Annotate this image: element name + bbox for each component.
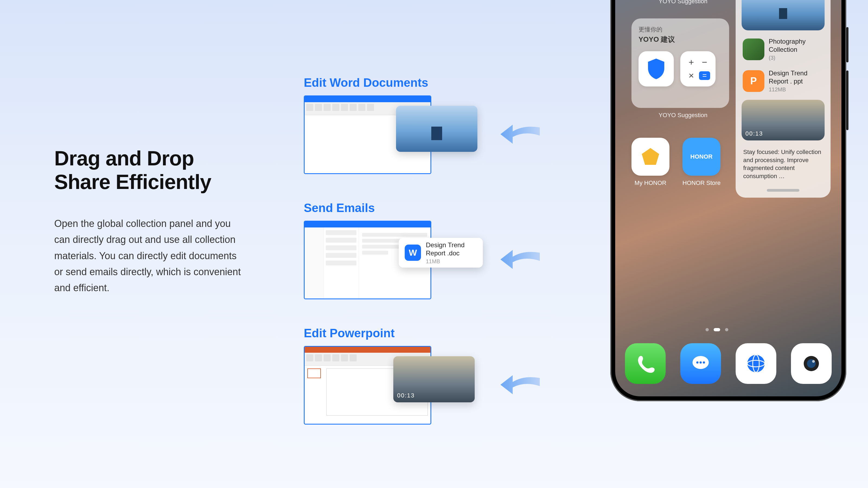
phone-mockup: ☀ Mon , Nov 6 四月廿一 18° YOYO Suggestion 更…	[610, 0, 846, 401]
svg-point-2	[700, 361, 702, 364]
dock-phone-app[interactable]	[625, 343, 665, 384]
dock-messages-app[interactable]	[680, 343, 721, 384]
feature-word-heading: Edit Word Documents	[304, 76, 516, 90]
suggest-cap2: YOYO 建议	[639, 35, 722, 44]
panel-handle[interactable]	[767, 189, 799, 192]
honor-store-app[interactable]: HONOR	[682, 138, 720, 176]
panel-photo-collection[interactable]: Photography Collection (3)	[742, 36, 825, 62]
dock-camera-app[interactable]	[791, 343, 832, 384]
hero-title-line2: Share Efficiently	[54, 170, 211, 193]
panel-ppt-title: Design Trend Report . ppt	[769, 69, 807, 86]
panel-photo-item[interactable]	[742, 0, 825, 30]
feature-email: Send Emails W Design Trend Report .doc 1…	[304, 201, 516, 299]
panel-ppt-file[interactable]: P Design Trend Report . ppt 112MB	[742, 68, 825, 94]
doc-chip-size: 11MB	[426, 258, 465, 265]
dock	[625, 343, 832, 384]
panel-ppt-size: 112MB	[769, 87, 807, 93]
feature-email-heading: Send Emails	[304, 201, 516, 215]
landscape-thumb-icon	[743, 38, 764, 60]
dragged-video-chip[interactable]: 00:13	[393, 356, 475, 402]
doc-chip-name: Design Trend Report .doc	[426, 241, 465, 257]
honor-store-label: HONOR Store	[682, 180, 721, 187]
video-timestamp: 00:13	[397, 392, 415, 399]
page-indicator[interactable]	[706, 328, 728, 331]
dock-browser-app[interactable]	[736, 343, 776, 384]
dragged-doc-chip[interactable]: W Design Trend Report .doc 11MB	[399, 238, 483, 268]
feature-ppt: Edit Powerpoint 00:13	[304, 326, 516, 425]
feature-ppt-heading: Edit Powerpoint	[304, 326, 516, 340]
phone-screen: ☀ Mon , Nov 6 四月廿一 18° YOYO Suggestion 更…	[615, 0, 841, 396]
calculator-icon[interactable]: +−×=	[680, 51, 716, 87]
panel-photo-coll-count: (3)	[769, 55, 824, 61]
arrow-icon	[499, 242, 540, 272]
panel-note-item[interactable]: Stay focused: Unify collection and proce…	[742, 147, 825, 182]
my-honor-label: My HONOR	[631, 180, 670, 187]
my-honor-app[interactable]	[631, 138, 670, 176]
word-icon: W	[405, 245, 421, 261]
collection-panel[interactable]: W (6) Photography Collection (3) P Desig…	[736, 0, 831, 198]
panel-video-item[interactable]: 00:13	[742, 100, 825, 140]
yoyo-label: YOYO Suggestion	[631, 0, 735, 5]
svg-point-4	[747, 355, 765, 372]
svg-point-3	[703, 361, 705, 364]
hero-title-line1: Drag and Drop	[54, 147, 194, 170]
shield-icon[interactable]	[639, 51, 674, 87]
suggest-cap1: 更懂你的	[639, 26, 722, 34]
arrow-icon	[499, 117, 540, 147]
panel-photo-coll-title: Photography Collection	[769, 37, 824, 54]
suggestion-card[interactable]: 更懂你的 YOYO 建议 +−×=	[631, 19, 729, 108]
ppt-icon: P	[743, 70, 764, 92]
yoyo-label-2: YOYO Suggestion	[631, 112, 735, 119]
arrow-icon	[499, 367, 540, 397]
svg-point-9	[812, 360, 815, 363]
panel-video-ts: 00:13	[745, 130, 763, 137]
dragged-photo-chip[interactable]	[396, 106, 477, 152]
hero-title: Drag and Drop Share Efficiently	[54, 147, 244, 194]
hero-body: Open the global collection panel and you…	[54, 216, 244, 296]
svg-point-1	[696, 361, 699, 364]
feature-word: Edit Word Documents	[304, 76, 516, 174]
